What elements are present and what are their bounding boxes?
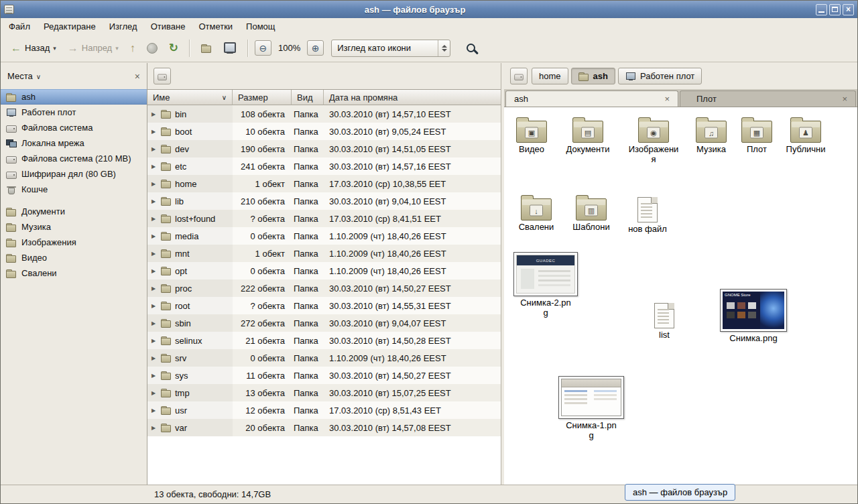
expander-icon[interactable]: ▶ — [151, 355, 158, 361]
icon-view[interactable]: ▣ Видео ▤ Документи ◉ Изображения ♫ Музи… — [504, 107, 857, 485]
up-button[interactable]: ↑ — [125, 40, 140, 57]
menu-edit[interactable]: Редактиране — [37, 18, 103, 34]
sidebar-item-downloads[interactable]: Свалени — [1, 265, 147, 281]
icon-item-snimka1[interactable]: Снимка-1.png — [555, 376, 627, 440]
sidebar-item-encrypted-80gb[interactable]: Шифриран дял (80 GB) — [1, 166, 147, 182]
expander-icon[interactable]: ▶ — [151, 198, 158, 204]
expander-icon[interactable]: ▶ — [151, 303, 158, 309]
sidebar-item-desktop[interactable]: Работен плот — [1, 105, 147, 120]
sidebar-item-filesystem-210mb[interactable]: Файлова система (210 MB) — [1, 151, 147, 166]
expander-icon[interactable]: ▶ — [151, 146, 158, 152]
column-header-size[interactable]: Размер — [233, 90, 292, 105]
table-row[interactable]: ▶ tmp 13 обекта Папка 30.03.2010 (вт) 15… — [147, 384, 501, 401]
stop-button[interactable] — [142, 40, 162, 57]
column-header-date[interactable]: Дата на промяна — [324, 90, 501, 105]
table-row[interactable]: ▶ lost+found ? обекта Папка 17.03.2010 (… — [147, 210, 501, 227]
table-row[interactable]: ▶ srv 0 обекта Папка 1.10.2009 (чт) 18,4… — [147, 349, 501, 367]
table-row[interactable]: ▶ proc 222 обекта Папка 30.03.2010 (вт) … — [147, 279, 501, 297]
table-row[interactable]: ▶ usr 12 обекта Папка 17.03.2010 (ср) 8,… — [147, 401, 501, 419]
table-row[interactable]: ▶ sys 11 обекта Папка 30.03.2010 (вт) 14… — [147, 367, 501, 384]
expander-icon[interactable]: ▶ — [151, 181, 158, 187]
view-mode-select[interactable]: Изглед като икони — [331, 40, 450, 57]
table-row[interactable]: ▶ dev 190 обекта Папка 30.03.2010 (вт) 1… — [147, 140, 501, 158]
reload-button[interactable]: ↻ — [164, 39, 183, 57]
zoom-out-button[interactable]: ⊖ — [255, 40, 271, 56]
breadcrumb-filesystem-button[interactable] — [154, 68, 171, 84]
icon-item-documents[interactable]: ▤ Документи — [561, 115, 615, 155]
sidebar-item-local-network[interactable]: Локална мрежа — [1, 135, 147, 151]
table-row[interactable]: ▶ media 0 обекта Папка 1.10.2009 (чт) 18… — [147, 227, 501, 245]
home-folder-button[interactable] — [196, 40, 217, 56]
menu-go[interactable]: Отиване — [144, 18, 192, 34]
tab-ash[interactable]: ash × — [505, 90, 678, 107]
menu-help[interactable]: Помощ — [239, 18, 282, 34]
maximize-button[interactable] — [829, 4, 841, 15]
expander-icon[interactable]: ▶ — [151, 111, 158, 117]
zoom-in-button[interactable]: ⊕ — [307, 40, 324, 56]
menu-view[interactable]: Изглед — [103, 18, 144, 34]
expander-icon[interactable]: ▶ — [151, 216, 158, 222]
expander-icon[interactable]: ▶ — [151, 338, 158, 344]
sidebar-item-ash[interactable]: ash — [1, 89, 147, 105]
column-header-name[interactable]: Име ∨ — [147, 90, 233, 105]
table-row[interactable]: ▶ var 20 обекта Папка 30.03.2010 (вт) 14… — [147, 419, 501, 436]
sidebar-item-documents[interactable]: Документи — [1, 204, 147, 219]
table-row[interactable]: ▶ etc 241 обекта Папка 30.03.2010 (вт) 1… — [147, 158, 501, 175]
icon-item-pictures[interactable]: ◉ Изображения — [627, 115, 680, 164]
icon-item-downloads[interactable]: ↓ Свалени — [513, 193, 560, 233]
expander-icon[interactable]: ▶ — [151, 268, 158, 274]
table-row[interactable]: ▶ sbin 272 обекта Папка 30.03.2010 (вт) … — [147, 314, 501, 332]
table-row[interactable]: ▶ root ? обекта Папка 30.03.2010 (вт) 14… — [147, 297, 501, 314]
close-button[interactable]: × — [843, 4, 854, 15]
icon-item-snimka2[interactable]: GUADEC Снимка-2.png — [512, 252, 579, 318]
table-row[interactable]: ▶ mnt 1 обект Папка 1.10.2009 (чт) 18,40… — [147, 245, 501, 262]
icon-item-list[interactable]: list — [642, 299, 686, 340]
computer-button[interactable] — [219, 39, 241, 57]
column-header-type[interactable]: Вид — [292, 90, 324, 105]
sidebar-chevron-icon[interactable]: ∨ — [36, 73, 41, 80]
menu-bookmarks[interactable]: Отметки — [192, 18, 239, 34]
forward-button[interactable]: → Напред ▾ — [63, 40, 123, 57]
icon-item-templates[interactable]: ▥ Шаблони — [567, 193, 615, 233]
table-row[interactable]: ▶ bin 108 обекта Папка 30.03.2010 (вт) 1… — [147, 105, 501, 123]
sidebar-item-filesystem[interactable]: Файлова система — [1, 120, 147, 135]
back-dropdown-icon[interactable]: ▾ — [53, 45, 56, 52]
sidebar-close-icon[interactable]: × — [135, 71, 140, 82]
expander-icon[interactable]: ▶ — [151, 286, 158, 292]
search-button[interactable] — [461, 38, 481, 58]
minimize-button[interactable] — [816, 4, 827, 15]
expander-icon[interactable]: ▶ — [151, 320, 158, 326]
expander-icon[interactable]: ▶ — [151, 233, 158, 239]
sidebar-item-video[interactable]: Видео — [1, 250, 147, 265]
icon-item-video[interactable]: ▣ Видео — [508, 115, 555, 155]
menu-file[interactable]: Файл — [2, 18, 37, 34]
expander-icon[interactable]: ▶ — [151, 373, 158, 379]
tab-desktop[interactable]: Плот × — [680, 90, 856, 107]
sidebar-item-trash[interactable]: Кошче — [1, 182, 147, 197]
expander-icon[interactable]: ▶ — [151, 164, 158, 170]
table-row[interactable]: ▶ lib 210 обекта Папка 30.03.2010 (вт) 9… — [147, 192, 501, 210]
expander-icon[interactable]: ▶ — [151, 407, 158, 414]
sidebar-item-music[interactable]: Музика — [1, 219, 147, 235]
breadcrumb-desktop-button[interactable]: Работен плот — [618, 68, 702, 84]
breadcrumb-home-button[interactable]: home — [532, 68, 568, 84]
view-mode-spinner[interactable] — [438, 40, 450, 56]
icon-item-snimka[interactable]: GNOME Store Снимка.png — [717, 289, 790, 344]
back-button[interactable]: ← Назад ▾ — [6, 40, 61, 57]
expander-icon[interactable]: ▶ — [151, 390, 158, 396]
tab-close-icon[interactable]: × — [664, 94, 670, 104]
sidebar-item-pictures[interactable]: Изображения — [1, 235, 147, 250]
table-row[interactable]: ▶ opt 0 обекта Папка 1.10.2009 (чт) 18,4… — [147, 262, 501, 279]
sidebar-title[interactable]: Места — [7, 71, 33, 81]
table-row[interactable]: ▶ home 1 обект Папка 17.03.2010 (ср) 10,… — [147, 175, 501, 192]
icon-item-music[interactable]: ♫ Музика — [687, 115, 735, 155]
expander-icon[interactable]: ▶ — [151, 129, 158, 135]
icon-item-public[interactable]: ♟ Публични — [780, 115, 831, 155]
expander-icon[interactable]: ▶ — [151, 425, 158, 431]
table-row[interactable]: ▶ boot 10 обекта Папка 30.03.2010 (вт) 9… — [147, 123, 501, 140]
expander-icon[interactable]: ▶ — [151, 251, 158, 257]
tab-close-icon[interactable]: × — [842, 94, 847, 104]
breadcrumb-ash-button[interactable]: ash — [571, 68, 615, 84]
breadcrumb-filesystem-button[interactable] — [510, 68, 528, 84]
icon-item-new-file[interactable]: нов файл — [626, 193, 669, 235]
